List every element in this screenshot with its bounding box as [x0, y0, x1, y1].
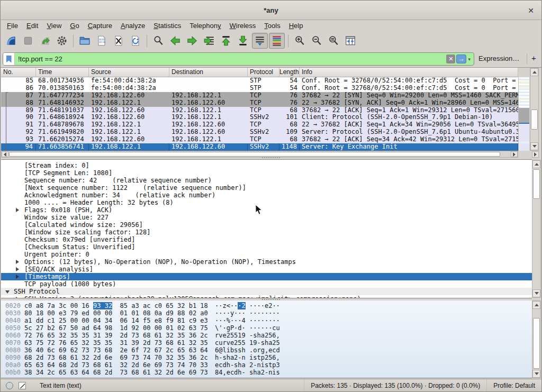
expand-icon[interactable]: [16, 275, 21, 279]
start-capture-icon[interactable]: [3, 33, 19, 49]
hex-bytes[interactable]: 5c 27 b2 67 50 ad 64 98 1d 92 00 00 01 0…: [24, 324, 215, 332]
hex-ascii[interactable]: 6@libssh .org,ecd: [215, 347, 280, 354]
detail-line[interactable]: [Next sequence number: 1122 (relative se…: [1, 184, 532, 192]
detail-line[interactable]: [SEQ/ACK analysis]: [1, 266, 532, 273]
hex-row[interactable]: 00a065 63 64 68 2d 73 68 61 32 2d 6e 69 …: [1, 361, 532, 369]
restart-capture-icon[interactable]: [37, 33, 53, 49]
expert-info-icon[interactable]: [6, 382, 13, 389]
scroll-up-icon[interactable]: [532, 301, 540, 309]
column-header-length[interactable]: Length: [279, 68, 300, 77]
go-top-icon[interactable]: [218, 33, 234, 49]
hex-row[interactable]: 006072 76 65 32 35 35 31 39 2d 73 68 61 …: [1, 332, 532, 339]
add-filter-button[interactable]: +: [531, 53, 536, 62]
details-vscrollbar[interactable]: [532, 160, 541, 298]
scroll-down-icon[interactable]: [532, 289, 540, 297]
packet-row-87[interactable]: 8771.647777234192.168.122.60192.168.122.…: [1, 92, 518, 99]
hex-bytes[interactable]: 63 75 72 76 65 32 35 35 31 39 2d 73 68 6…: [24, 339, 215, 347]
scroll-thumb[interactable]: [533, 169, 540, 199]
hex-row[interactable]: 0040a1 dd c1 25 00 00 04 34 06 14 f5 e8 …: [1, 317, 532, 324]
hex-bytes[interactable]: 72 76 65 32 35 35 31 39 2d 73 68 61 32 3…: [24, 332, 215, 339]
detail-line[interactable]: [TCP Segment Len: 1080]: [1, 169, 532, 177]
hex-ascii[interactable]: ····y··· ········: [215, 309, 280, 317]
packet-row-92[interactable]: 9271.661949820192.168.122.1192.168.122.6…: [1, 129, 518, 136]
scroll-down-icon[interactable]: [532, 370, 540, 378]
colorize-icon[interactable]: [269, 33, 285, 49]
hex-bytes[interactable]: c0 a8 7a 3c 00 16 93 32 85 a3 ac c0 65 3…: [24, 302, 215, 309]
hex-ascii[interactable]: rve25519 -sha256,: [215, 332, 280, 339]
menu-wireless[interactable]: Wireless: [225, 21, 260, 30]
packet-row-86[interactable]: 8670.013850163fe:54:00:d4:38:2aSTP54Conf…: [1, 85, 518, 92]
hex-row[interactable]: 00b038 34 2c 65 63 64 68 2d 73 68 61 32 …: [1, 369, 532, 376]
column-header-no[interactable]: No.: [1, 68, 36, 77]
close-file-icon[interactable]: [111, 33, 127, 49]
detail-line[interactable]: [Stream index: 0]: [1, 162, 532, 169]
scroll-thumb[interactable]: [533, 318, 540, 369]
hex-bytes[interactable]: 36 40 6c 69 62 73 73 68 2e 6f 72 67 2c 6…: [24, 347, 215, 354]
resize-columns-icon[interactable]: [342, 33, 358, 49]
filter-history-dropdown-icon[interactable]: ▾: [468, 57, 471, 62]
filter-value[interactable]: !tcp.port == 22: [15, 55, 446, 63]
menu-tools[interactable]: Tools: [260, 21, 284, 30]
column-header-time[interactable]: Time: [36, 68, 89, 77]
detail-line[interactable]: [Calculated window size: 29056]: [1, 221, 532, 229]
zoom-100-icon[interactable]: [326, 33, 341, 49]
detail-line[interactable]: Flags: 0x018 (PSH, ACK): [1, 206, 532, 214]
column-header-protocol[interactable]: Protocol: [248, 68, 279, 77]
filter-bookmark-button[interactable]: [3, 53, 15, 65]
menu-view[interactable]: View: [42, 21, 66, 30]
hex-ascii[interactable]: ···%···4 ········: [215, 317, 280, 324]
hex-row[interactable]: 0020c0 a8 7a 3c 00 16 93 32 85 a3 ac c0 …: [1, 302, 532, 309]
expand-icon[interactable]: [16, 267, 21, 271]
scrollbar-minimap[interactable]: [518, 77, 529, 151]
hex-bytes[interactable]: 65 63 64 68 2d 73 68 61 32 2d 6e 69 73 7…: [24, 361, 215, 369]
reload-file-icon[interactable]: [128, 33, 143, 49]
scroll-thumb[interactable]: [531, 110, 538, 130]
clear-filter-icon[interactable]: ✕: [446, 54, 455, 63]
packet-row-85[interactable]: 8568.001734936fe:54:00:d4:38:2aSTP54Conf…: [1, 77, 518, 85]
status-profile[interactable]: Profile: Default: [486, 379, 541, 391]
detail-line[interactable]: SSH Protocol: [1, 288, 532, 295]
hex-ascii[interactable]: ecdh-sha 2-nistp3: [215, 361, 280, 369]
open-file-icon[interactable]: [77, 33, 93, 49]
packet-list-vscrollbar[interactable]: [530, 68, 539, 151]
menu-help[interactable]: Help: [285, 21, 308, 30]
hex-row[interactable]: 009068 2d 73 68 61 32 2d 6e 69 73 74 70 …: [1, 354, 532, 361]
column-header-destination[interactable]: Destination: [169, 68, 248, 77]
packet-row-90[interactable]: 9071.648618924192.168.122.60192.168.122.…: [1, 114, 518, 121]
hex-row[interactable]: 00505c 27 b2 67 50 ad 64 98 1d 92 00 00 …: [1, 324, 532, 332]
menu-telephony[interactable]: Telephony: [185, 21, 225, 30]
pane-splitter[interactable]: [1, 157, 541, 159]
bytes-vscrollbar[interactable]: [532, 300, 541, 378]
hex-row[interactable]: 007063 75 72 76 65 32 35 35 31 39 2d 73 …: [1, 339, 532, 347]
go-forward-icon[interactable]: [184, 33, 200, 49]
close-window-icon[interactable]: ✕: [526, 5, 536, 16]
expression-button[interactable]: Expression…: [478, 54, 519, 62]
hex-ascii[interactable]: h-sha2-n istp256,: [215, 354, 280, 361]
hex-row[interactable]: 003080 18 00 e3 79 ed 00 00 01 01 08 0a …: [1, 309, 532, 317]
hex-bytes[interactable]: 68 2d 73 68 61 32 2d 6e 69 73 74 70 32 3…: [24, 354, 215, 361]
expand-icon[interactable]: [16, 260, 21, 264]
hex-bytes[interactable]: 38 34 2c 65 63 64 68 2d 73 68 61 32 2d 6…: [24, 369, 215, 376]
detail-line[interactable]: Checksum: 0x79ed [unverified]: [1, 236, 532, 243]
detail-line[interactable]: Acknowledgment number: 34 (relative ack …: [1, 192, 532, 199]
stop-capture-icon[interactable]: [20, 33, 36, 49]
column-header-source[interactable]: Source: [89, 68, 169, 77]
menu-capture[interactable]: Capture: [84, 21, 116, 30]
menu-analyze[interactable]: Analyze: [116, 21, 149, 30]
expand-icon[interactable]: [16, 208, 21, 212]
hex-ascii[interactable]: ··z<···2 ····e2··: [215, 302, 280, 309]
hex-bytes[interactable]: a1 dd c1 25 00 00 04 34 06 14 f5 e8 f9 8…: [24, 317, 215, 324]
detail-line[interactable]: Sequence number: 42 (relative sequence n…: [1, 177, 532, 184]
go-to-packet-icon[interactable]: [201, 33, 217, 49]
menu-file[interactable]: File: [3, 21, 22, 30]
detail-line[interactable]: [Timestamps]: [1, 273, 532, 280]
capture-comment-icon[interactable]: [19, 382, 26, 389]
go-back-icon[interactable]: [167, 33, 183, 49]
menu-statistics[interactable]: Statistics: [149, 21, 185, 30]
packet-row-93[interactable]: 9371.662015274192.168.122.60192.168.122.…: [1, 136, 518, 143]
menu-edit[interactable]: Edit: [22, 21, 42, 30]
hex-ascii[interactable]: 84,ecdh- sha2-nis: [215, 369, 280, 376]
detail-line[interactable]: Urgent pointer: 0: [1, 251, 532, 258]
detail-line[interactable]: Window size value: 227: [1, 214, 532, 221]
detail-line[interactable]: Options: (12 bytes), No-Operation (NOP),…: [1, 258, 532, 266]
